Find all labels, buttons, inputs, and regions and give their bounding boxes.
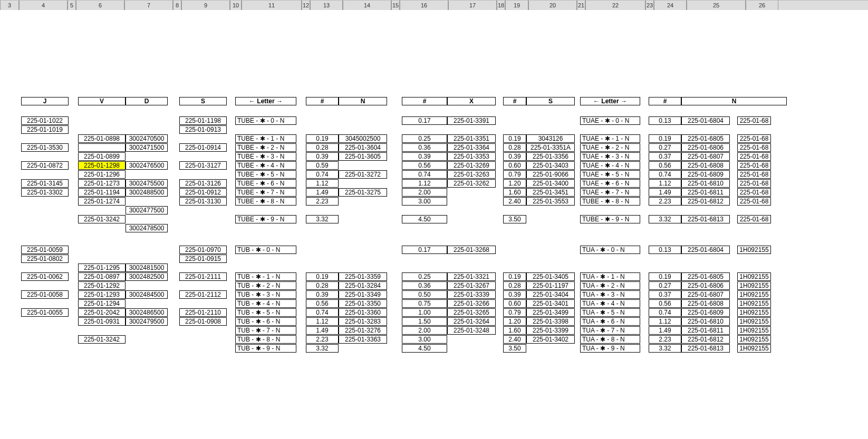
cell-na-r18[interactable]: 0.39 <box>306 290 339 299</box>
cell-sa-r7[interactable]: 1.20 <box>503 179 526 188</box>
cell-nb-r17[interactable]: 225-01-3284 <box>339 281 387 290</box>
cell-na-r21[interactable]: 1.12 <box>306 317 339 326</box>
cell-n2b-r2[interactable]: 225-01-6805 <box>681 134 730 143</box>
cell-n2c-r11[interactable]: 225-01-68 <box>737 215 771 223</box>
cell-sb-r8[interactable]: 225-01-3451 <box>526 188 575 197</box>
cell-xa-r2[interactable]: 0.25 <box>402 134 447 143</box>
cell-l1-r7[interactable]: TUBE - ✱ - 6 - N <box>235 179 296 188</box>
cell-n2b-r5[interactable]: 225-01-6808 <box>681 161 730 170</box>
cell-sa-r22[interactable]: 1.60 <box>503 326 526 335</box>
cell-n2b-r20[interactable]: 225-01-6809 <box>681 308 730 317</box>
cell-sa-r24[interactable]: 3.50 <box>503 344 526 353</box>
cell-d-r16[interactable]: 3002482500 <box>126 272 168 281</box>
cell-nb-r16[interactable]: 225-01-3359 <box>339 272 387 281</box>
ruler-col-15[interactable]: 15 <box>391 1 400 10</box>
cell-n2c-r8[interactable]: 225-01-68 <box>737 188 771 197</box>
cell-xb-r16[interactable]: 225-01-3321 <box>447 272 496 281</box>
cell-n2a-r9[interactable]: 2.23 <box>649 197 681 206</box>
cell-j-r5[interactable]: 225-01-0872 <box>21 161 69 170</box>
cell-n2b-r6[interactable]: 225-01-6809 <box>681 170 730 179</box>
cell-n2c-r16[interactable]: 1H092155 <box>737 272 771 281</box>
cell-xa-r22[interactable]: 2.00 <box>402 326 447 335</box>
header-x1a[interactable]: # <box>402 97 447 105</box>
cell-d-r5[interactable]: 3002476500 <box>126 161 168 170</box>
ruler-col-13[interactable]: 13 <box>310 1 343 10</box>
cell-d-r10[interactable]: 3002477500 <box>126 206 168 214</box>
cell-xb-r18[interactable]: 225-01-3339 <box>447 290 496 299</box>
cell-n2a-r8[interactable]: 1.49 <box>649 188 681 197</box>
cell-na-r22[interactable]: 1.49 <box>306 326 339 335</box>
cell-nb-r20[interactable]: 225-01-3360 <box>339 308 387 317</box>
cell-n2b-r24[interactable]: 225-01-6813 <box>681 344 730 353</box>
cell-l2-r24[interactable]: TUA - ✱ - 9 - N <box>580 344 640 353</box>
ruler-col-18[interactable]: 18 <box>497 1 505 10</box>
cell-xb-r5[interactable]: 225-01-3269 <box>447 161 496 170</box>
cell-l1-r22[interactable]: TUB - ✱ - 7 - N <box>235 326 296 335</box>
ruler-col-14[interactable]: 14 <box>343 1 391 10</box>
cell-sa-r5[interactable]: 0.60 <box>503 161 526 170</box>
ruler-col-9[interactable]: 9 <box>181 1 230 10</box>
cell-sa-r2[interactable]: 0.19 <box>503 134 526 143</box>
cell-n2c-r0[interactable]: 225-01-68 <box>737 116 771 125</box>
ruler-col-23[interactable]: 23 <box>645 1 654 10</box>
cell-xa-r24[interactable]: 4.50 <box>402 344 447 353</box>
cell-v-r17[interactable]: 225-01-1292 <box>78 281 126 290</box>
cell-sb-r18[interactable]: 225-01-3404 <box>526 290 575 299</box>
cell-nb-r3[interactable]: 225-01-3604 <box>339 143 387 152</box>
cell-n2b-r21[interactable]: 225-01-6810 <box>681 317 730 326</box>
cell-na-r19[interactable]: 0.56 <box>306 299 339 308</box>
cell-j-r16[interactable]: 225-01-0062 <box>21 272 69 281</box>
cell-l2-r9[interactable]: TUBE - ✱ - 8 - N <box>580 197 640 206</box>
cell-n2b-r0[interactable]: 225-01-6804 <box>681 116 730 125</box>
cell-s-r20[interactable]: 225-01-2110 <box>179 308 227 317</box>
ruler-col-3[interactable]: 3 <box>0 1 19 10</box>
cell-n2c-r20[interactable]: 1H092155 <box>737 308 771 317</box>
header-j[interactable]: J <box>21 97 69 105</box>
ruler-col-20[interactable]: 20 <box>528 1 577 10</box>
cell-l1-r4[interactable]: TUBE - ✱ - 3 - N <box>235 152 296 161</box>
cell-s-r13[interactable]: 225-01-0970 <box>179 246 227 254</box>
cell-v-r9[interactable]: 225-01-1274 <box>78 197 126 206</box>
cell-v-r19[interactable]: 225-01-1294 <box>78 299 126 308</box>
ruler-col-16[interactable]: 16 <box>400 1 448 10</box>
cell-l1-r19[interactable]: TUB - ✱ - 4 - N <box>235 299 296 308</box>
cell-sa-r11[interactable]: 3.50 <box>503 215 526 223</box>
header-n1b[interactable]: N <box>339 97 387 105</box>
cell-n2b-r8[interactable]: 225-01-6811 <box>681 188 730 197</box>
header-letter-1[interactable]: ← Letter → <box>235 97 296 105</box>
cell-n2c-r13[interactable]: 1H092155 <box>737 246 771 254</box>
header-n1a[interactable]: # <box>306 97 339 105</box>
cell-nb-r8[interactable]: 225-01-3275 <box>339 188 387 197</box>
header-letter-2[interactable]: ← Letter → <box>580 97 640 105</box>
cell-na-r2[interactable]: 0.19 <box>306 134 339 143</box>
header-s1b[interactable]: S <box>526 97 575 105</box>
ruler-col-24[interactable]: 24 <box>654 1 687 10</box>
cell-n2a-r19[interactable]: 0.56 <box>649 299 681 308</box>
cell-xb-r22[interactable]: 225-01-3248 <box>447 326 496 335</box>
cell-sb-r4[interactable]: 225-01-3356 <box>526 152 575 161</box>
cell-xb-r2[interactable]: 225-01-3351 <box>447 134 496 143</box>
cell-nb-r2[interactable]: 3045002500 <box>339 134 387 143</box>
cell-l1-r17[interactable]: TUB - ✱ - 2 - N <box>235 281 296 290</box>
cell-na-r3[interactable]: 0.28 <box>306 143 339 152</box>
cell-s-r5[interactable]: 225-01-3127 <box>179 161 227 170</box>
header-s1a[interactable]: # <box>503 97 526 105</box>
cell-v-r23[interactable]: 225-01-3242 <box>78 335 126 344</box>
cell-xb-r6[interactable]: 225-01-3263 <box>447 170 496 179</box>
cell-sa-r3[interactable]: 0.28 <box>503 143 526 152</box>
cell-xa-r23[interactable]: 3.00 <box>402 335 447 344</box>
cell-sb-r5[interactable]: 225-01-3403 <box>526 161 575 170</box>
cell-sb-r21[interactable]: 225-01-3398 <box>526 317 575 326</box>
ruler-col-5[interactable]: 5 <box>67 1 76 10</box>
cell-n2b-r19[interactable]: 225-01-6808 <box>681 299 730 308</box>
cell-l2-r7[interactable]: TUAE - ✱ - 6 - N <box>580 179 640 188</box>
cell-n2a-r5[interactable]: 0.56 <box>649 161 681 170</box>
cell-l1-r13[interactable]: TUB - ✱ - 0 - N <box>235 246 296 254</box>
cell-s-r16[interactable]: 225-01-2111 <box>179 272 227 281</box>
cell-l2-r20[interactable]: TUA - ✱ - 5 - N <box>580 308 640 317</box>
cell-n2c-r17[interactable]: 1H092155 <box>737 281 771 290</box>
cell-l1-r2[interactable]: TUBE - ✱ - 1 - N <box>235 134 296 143</box>
cell-s-r0[interactable]: 225-01-1198 <box>179 116 227 125</box>
cell-v-r7[interactable]: 225-01-1273 <box>78 179 126 188</box>
cell-sa-r4[interactable]: 0.39 <box>503 152 526 161</box>
